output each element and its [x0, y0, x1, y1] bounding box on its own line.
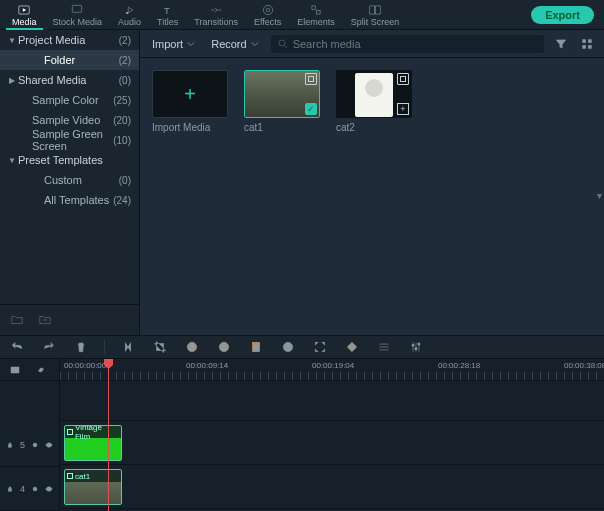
track-row-5[interactable]: Vintage Film — [60, 421, 604, 465]
timeline-settings-icon[interactable] — [6, 361, 24, 379]
chevron-down-icon — [251, 40, 259, 48]
marker-icon[interactable] — [343, 338, 361, 356]
sidebar-footer — [0, 304, 139, 335]
plus-icon: + — [184, 83, 196, 106]
search-box[interactable] — [271, 35, 544, 53]
sidebar-item-preset[interactable]: ▼Preset Templates — [0, 150, 139, 170]
media-item-cat1[interactable]: ✓cat1 — [244, 70, 320, 133]
import-dropdown[interactable]: Import — [148, 36, 199, 52]
media-thumbnail[interactable]: + — [336, 70, 412, 118]
sidebar-count: (0) — [119, 175, 131, 186]
svg-point-5 — [266, 8, 270, 12]
tree-toggle-icon[interactable]: ▼ — [8, 156, 16, 165]
search-input[interactable] — [293, 38, 538, 50]
content-toolbar: Import Record — [140, 30, 604, 58]
svg-rect-7 — [312, 5, 316, 8]
sidebar-item-samplecolor[interactable]: Sample Color(25) — [0, 90, 139, 110]
export-button[interactable]: Export — [531, 6, 594, 24]
svg-point-11 — [279, 40, 285, 46]
sidebar-count: (2) — [119, 35, 131, 46]
svg-point-21 — [415, 348, 417, 350]
sidebar-item-folder[interactable]: Folder(2) — [0, 50, 139, 70]
mixer-icon[interactable] — [407, 338, 425, 356]
import-media-button[interactable]: +Import Media — [152, 70, 228, 133]
clip-video[interactable]: cat1 — [64, 469, 122, 505]
track-spacer — [60, 381, 604, 421]
track-row-4[interactable]: cat1 — [60, 465, 604, 509]
sidebar-label: Sample Green Screen — [18, 128, 113, 152]
tree-toggle-icon[interactable]: ▶ — [8, 76, 16, 85]
add-badge-icon[interactable]: + — [397, 103, 409, 115]
sidebar-count: (24) — [113, 195, 131, 206]
menu-icon[interactable] — [375, 338, 393, 356]
new-folder-icon[interactable] — [8, 311, 26, 329]
media-item-cat2[interactable]: +cat2 — [336, 70, 412, 133]
sidebar-label: Project Media — [18, 34, 119, 46]
grid-view-icon[interactable] — [578, 35, 596, 53]
svg-rect-9 — [370, 5, 375, 13]
greenscreen-icon[interactable] — [247, 338, 265, 356]
time-ruler[interactable]: 00:00:00:0000:00:09:1400:00:19:0400:00:2… — [60, 359, 604, 381]
tab-label: Stock Media — [53, 17, 103, 27]
sidebar-item-samplevideo[interactable]: Sample Video(20) — [0, 110, 139, 130]
sidebar-label: Custom — [18, 174, 119, 186]
tab-media[interactable]: Media — [4, 1, 45, 29]
svg-rect-14 — [582, 45, 586, 49]
delete-icon[interactable] — [72, 338, 90, 356]
speed-icon[interactable] — [183, 338, 201, 356]
checkmark-icon: ✓ — [305, 103, 317, 115]
tree-toggle-icon[interactable]: ▼ — [8, 36, 16, 45]
ruler-mark: 00:00:28:18 — [438, 361, 480, 370]
tab-audio[interactable]: Audio — [110, 1, 149, 29]
track-header-5[interactable]: 5 — [0, 423, 59, 467]
media-thumbnail[interactable]: + — [152, 70, 228, 118]
crop-icon[interactable] — [151, 338, 169, 356]
sidebar-item-custom[interactable]: Custom(0) — [0, 170, 139, 190]
tab-elements[interactable]: Elements — [289, 1, 343, 29]
fit-icon[interactable] — [311, 338, 329, 356]
media-sidebar: ▼Project Media(2)Folder(2)▶Shared Media(… — [0, 30, 140, 335]
svg-rect-13 — [588, 39, 592, 43]
tab-transitions[interactable]: Transitions — [186, 1, 246, 29]
sidebar-item-alltemplates[interactable]: All Templates(24) — [0, 190, 139, 210]
split-icon[interactable] — [119, 338, 137, 356]
delete-folder-icon[interactable] — [36, 311, 54, 329]
visibility-icon[interactable] — [45, 440, 53, 450]
transitions-icon — [209, 3, 223, 17]
tab-effects[interactable]: Effects — [246, 1, 289, 29]
sidebar-label: Sample Video — [18, 114, 113, 126]
redo-icon[interactable] — [40, 338, 58, 356]
mute-icon[interactable] — [31, 440, 39, 450]
svg-rect-2 — [73, 5, 82, 12]
import-label: Import — [152, 38, 183, 50]
svg-point-29 — [48, 488, 49, 489]
mute-icon[interactable] — [31, 484, 39, 494]
ruler-mark: 00:00:00:00 — [64, 361, 106, 370]
chevron-down-icon — [187, 40, 195, 48]
timeline-link-icon[interactable] — [32, 361, 50, 379]
clip-green-screen[interactable]: Vintage Film — [64, 425, 122, 461]
tab-stock-media[interactable]: Stock Media — [45, 1, 111, 29]
color-icon[interactable] — [215, 338, 233, 356]
svg-point-26 — [48, 444, 49, 445]
timeline-body[interactable]: 00:00:00:0000:00:09:1400:00:19:0400:00:2… — [60, 359, 604, 511]
track-number: 4 — [20, 484, 25, 494]
scroll-arrow[interactable]: ▾ — [597, 190, 602, 201]
svg-rect-8 — [317, 10, 321, 13]
filter-icon[interactable] — [552, 35, 570, 53]
media-thumbnail[interactable]: ✓ — [244, 70, 320, 118]
sidebar-item-sharedmedia[interactable]: ▶Shared Media(0) — [0, 70, 139, 90]
visibility-icon[interactable] — [45, 484, 53, 494]
sidebar-count: (0) — [119, 75, 131, 86]
tab-split-screen[interactable]: Split Screen — [343, 1, 408, 29]
media-label: cat1 — [244, 122, 320, 133]
sidebar-item-projectmedia[interactable]: ▼Project Media(2) — [0, 30, 139, 50]
tab-titles[interactable]: T Titles — [149, 1, 186, 29]
keyframe-icon[interactable] — [279, 338, 297, 356]
record-dropdown[interactable]: Record — [207, 36, 262, 52]
audio-icon — [123, 3, 137, 17]
sidebar-item-samplegreen[interactable]: Sample Green Screen(10) — [0, 130, 139, 150]
track-header-4[interactable]: 4 — [0, 467, 59, 511]
undo-icon[interactable] — [8, 338, 26, 356]
playhead[interactable] — [108, 359, 109, 511]
